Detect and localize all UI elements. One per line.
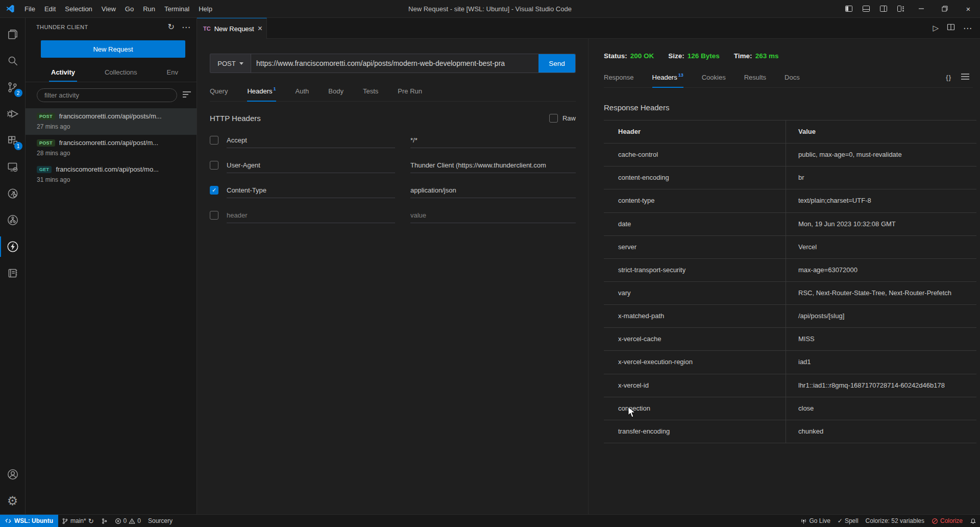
more-actions-icon[interactable]: [963, 23, 972, 34]
tab-new-request[interactable]: TC New Request ×: [197, 18, 267, 39]
header-name-field[interactable]: Content-Type: [227, 183, 395, 198]
request-url: franciscomoretti.com/api/posts/m...: [59, 112, 162, 120]
git-graph-icon[interactable]: [0, 207, 26, 233]
tab-results[interactable]: Results: [744, 67, 766, 87]
toggle-panel-icon[interactable]: [857, 0, 875, 17]
git-branch-item[interactable]: main*: [58, 515, 97, 527]
tab-auth[interactable]: Auth: [296, 81, 309, 101]
minimize-icon[interactable]: [910, 0, 933, 17]
header-checkbox[interactable]: [210, 161, 218, 170]
table-header-row: Header Value: [604, 121, 976, 143]
filter-activity-input[interactable]: [37, 88, 177, 102]
tab-query[interactable]: Query: [210, 81, 228, 101]
new-request-button[interactable]: New Request: [41, 40, 185, 58]
send-button[interactable]: Send: [538, 54, 575, 73]
menu-help[interactable]: Help: [194, 0, 217, 18]
format-json-icon[interactable]: {}: [946, 74, 951, 81]
settings-gear-icon[interactable]: ⚙: [0, 488, 26, 514]
sourcery-item[interactable]: Sourcery: [144, 515, 176, 527]
search-icon[interactable]: [0, 47, 26, 74]
menu-view[interactable]: View: [97, 0, 120, 18]
sync-icon: [88, 517, 94, 525]
spell-item[interactable]: Spell: [834, 515, 862, 527]
menu-go[interactable]: Go: [120, 0, 138, 18]
go-live-item[interactable]: Go Live: [797, 515, 834, 527]
tab-activity[interactable]: Activity: [51, 63, 75, 82]
filter-options-icon[interactable]: [182, 91, 191, 100]
header-value-field[interactable]: Thunder Client (https://www.thunderclien…: [410, 158, 576, 173]
header-checkbox[interactable]: [210, 136, 218, 145]
notebook-icon[interactable]: [0, 260, 26, 286]
table-row: content-typetext/plain;charset=UTF-8: [604, 189, 976, 212]
tab-headers[interactable]: Headers 1: [247, 81, 276, 101]
header-value-field[interactable]: value: [410, 208, 576, 223]
thunder-client-icon[interactable]: [0, 233, 26, 260]
vscode-window: File Edit Selection View Go Run Terminal…: [0, 0, 980, 527]
header-value-field[interactable]: */*: [410, 133, 576, 148]
url-input[interactable]: [251, 54, 538, 73]
list-item[interactable]: POST franciscomoretti.com/api/posts/m...…: [26, 108, 197, 135]
run-debug-icon[interactable]: [0, 101, 26, 127]
account-icon[interactable]: [0, 461, 26, 488]
header-value-field[interactable]: application/json: [410, 183, 576, 198]
refresh-icon[interactable]: [168, 22, 175, 33]
tab-close-icon[interactable]: ×: [258, 25, 262, 33]
toggle-secondary-sidebar-icon[interactable]: [875, 0, 892, 17]
tab-docs[interactable]: Docs: [785, 67, 800, 87]
notifications-bell-icon[interactable]: [966, 515, 980, 527]
time-label: Time:: [734, 52, 752, 60]
problems-item[interactable]: 0 0: [111, 515, 144, 527]
tab-tests[interactable]: Tests: [363, 81, 378, 101]
tab-env[interactable]: Env: [167, 63, 178, 82]
menu-file[interactable]: File: [20, 0, 40, 18]
menu-edit[interactable]: Edit: [40, 0, 60, 18]
method-badge: GET: [37, 166, 52, 173]
http-headers-heading: HTTP Headers: [210, 114, 261, 123]
extensions-icon[interactable]: 1: [0, 127, 26, 154]
header-row: User-Agent Thunder Client (https://www.t…: [210, 153, 576, 178]
tab-response[interactable]: Response: [604, 67, 634, 87]
toggle-sidebar-icon[interactable]: [840, 0, 857, 17]
customize-layout-icon[interactable]: [892, 0, 910, 17]
explorer-icon[interactable]: [0, 21, 26, 47]
list-item[interactable]: GET franciscomoretti.com/api/post/mo... …: [26, 161, 197, 188]
tab-body[interactable]: Body: [328, 81, 344, 101]
raw-checkbox[interactable]: [549, 114, 558, 123]
colorize-variables-item[interactable]: Colorize: 52 variables: [862, 515, 928, 527]
tab-label: New Request: [214, 25, 254, 33]
tab-cookies[interactable]: Cookies: [702, 67, 726, 87]
tab-headers-label: Headers: [247, 87, 272, 95]
chevron-down-icon: [239, 62, 243, 65]
menu-terminal[interactable]: Terminal: [160, 0, 194, 18]
thunder-client-sidebar: THUNDER CLIENT New Request Activity Coll…: [26, 18, 197, 514]
git-graph-status-icon[interactable]: [97, 515, 111, 527]
source-control-icon[interactable]: 2: [0, 74, 26, 101]
tab-collections[interactable]: Collections: [105, 63, 137, 82]
split-editor-icon[interactable]: [947, 23, 955, 33]
header-value-cell: chunked: [786, 420, 976, 443]
method-dropdown[interactable]: POST: [210, 54, 251, 73]
menu-lines-icon[interactable]: [961, 73, 970, 82]
header-checkbox[interactable]: [210, 186, 218, 195]
gitlens-icon[interactable]: [0, 180, 26, 207]
menu-selection[interactable]: Selection: [60, 0, 96, 18]
remote-explorer-icon[interactable]: [0, 154, 26, 180]
header-name-field[interactable]: Accept: [227, 133, 395, 148]
restore-icon[interactable]: [933, 0, 957, 17]
table-row: varyRSC, Next-Router-State-Tree, Next-Ro…: [604, 282, 976, 305]
header-name-field[interactable]: User-Agent: [227, 158, 395, 173]
run-icon[interactable]: [933, 23, 939, 33]
list-item[interactable]: POST franciscomoretti.com/api/post/m... …: [26, 135, 197, 161]
menu-run[interactable]: Run: [138, 0, 160, 18]
check-icon: [838, 517, 843, 524]
header-checkbox[interactable]: [210, 211, 218, 220]
header-name-field[interactable]: header: [227, 208, 395, 223]
tab-resp-headers[interactable]: Headers 13: [652, 67, 683, 87]
tab-pre-run[interactable]: Pre Run: [398, 81, 422, 101]
colorize-item[interactable]: Colorize: [928, 515, 966, 527]
header-value-cell: Mon, 19 Jun 2023 10:32:08 GMT: [786, 213, 976, 235]
remote-indicator[interactable]: WSL: Ubuntu: [0, 515, 58, 527]
more-actions-icon[interactable]: [182, 22, 190, 33]
raw-label: Raw: [562, 114, 576, 122]
close-icon[interactable]: ×: [957, 0, 980, 17]
